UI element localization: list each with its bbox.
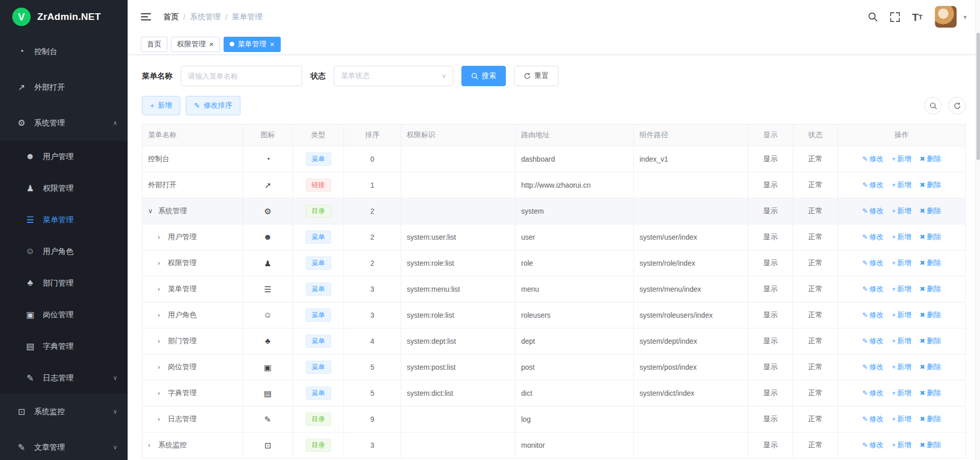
sidebar-item[interactable]: ♟权限管理 — [0, 172, 128, 204]
tab-close-icon[interactable]: × — [209, 40, 214, 48]
edit-link[interactable]: ✎修改 — [862, 155, 884, 163]
add-link[interactable]: +新增 — [892, 415, 912, 423]
scrollbar-thumb[interactable] — [976, 33, 980, 160]
expand-row-icon[interactable]: › — [158, 311, 168, 319]
cell-actions: ✎修改+新增✖删除 — [838, 276, 966, 302]
reset-button[interactable]: 重置 — [514, 66, 558, 86]
add-button[interactable]: + 新增 — [142, 96, 180, 115]
tab-close-icon[interactable]: × — [270, 40, 275, 48]
menu-name-text: 外部打开 — [148, 181, 177, 189]
edit-link[interactable]: ✎修改 — [862, 389, 884, 397]
delete-link[interactable]: ✖删除 — [920, 337, 941, 345]
hamburger-icon[interactable] — [141, 13, 151, 21]
edit-sort-button[interactable]: ✎ 修改排序 — [186, 96, 240, 115]
view-tab[interactable]: 菜单管理× — [224, 37, 281, 52]
external-link-icon: ↗ — [264, 181, 271, 190]
edit-link[interactable]: ✎修改 — [862, 259, 884, 267]
delete-link[interactable]: ✖删除 — [920, 363, 941, 371]
app-logo[interactable]: V ZrAdmin.NET — [0, 0, 128, 34]
edit-link[interactable]: ✎修改 — [862, 337, 884, 345]
search-icon[interactable] — [868, 12, 878, 22]
topbar-actions: TT ▾ — [868, 6, 967, 28]
cell-visible: 显示 — [748, 406, 793, 432]
sidebar-item[interactable]: ☰菜单管理 — [0, 204, 128, 236]
sidebar-item[interactable]: ↗外部打开 — [0, 69, 128, 105]
expand-row-icon[interactable]: › — [158, 363, 168, 371]
cell-actions: ✎修改+新增✖删除 — [838, 406, 966, 432]
page-scrollbar[interactable] — [975, 0, 980, 460]
breadcrumb-item[interactable]: 首页 — [163, 12, 179, 22]
add-link[interactable]: +新增 — [892, 311, 912, 319]
edit-link[interactable]: ✎修改 — [862, 363, 884, 371]
expand-row-icon[interactable]: › — [148, 441, 158, 449]
delete-link[interactable]: ✖删除 — [920, 415, 941, 423]
delete-link[interactable]: ✖删除 — [920, 441, 941, 449]
expand-row-icon[interactable]: › — [158, 285, 168, 293]
view-tab[interactable]: 首页 — [141, 37, 167, 52]
font-size-icon[interactable]: TT — [912, 12, 923, 22]
caret-down-icon[interactable]: ▾ — [963, 13, 967, 21]
expand-row-icon[interactable]: › — [158, 259, 168, 267]
add-link[interactable]: +新增 — [892, 389, 912, 397]
add-link[interactable]: +新增 — [892, 155, 912, 163]
sidebar-item[interactable]: ♣部门管理 — [0, 267, 128, 299]
delete-link[interactable]: ✖删除 — [920, 259, 941, 267]
sidebar-item[interactable]: ⊡系统监控∨ — [0, 394, 128, 429]
delete-link[interactable]: ✖删除 — [920, 389, 941, 397]
delete-link[interactable]: ✖删除 — [920, 155, 941, 163]
delete-link[interactable]: ✖删除 — [920, 181, 941, 189]
add-link[interactable]: +新增 — [892, 441, 912, 449]
cell-menu-name: ∨系统管理 — [142, 198, 243, 224]
sidebar-item[interactable]: ⚙系统管理∧ — [0, 105, 128, 141]
add-link[interactable]: +新增 — [892, 285, 912, 293]
sidebar-item[interactable]: ▤字典管理 — [0, 330, 128, 362]
delete-link[interactable]: ✖删除 — [920, 207, 941, 215]
delete-link[interactable]: ✖删除 — [920, 233, 941, 241]
add-link[interactable]: +新增 — [892, 259, 912, 267]
table-row: ›系统监控⊡目录3monitor显示正常✎修改+新增✖删除 — [142, 432, 966, 458]
search-button[interactable]: 搜索 — [461, 66, 506, 86]
cell-actions: ✎修改+新增✖删除 — [838, 302, 966, 328]
edit-link[interactable]: ✎修改 — [862, 285, 884, 293]
edit-link[interactable]: ✎修改 — [862, 233, 884, 241]
sidebar-item[interactable]: ✎文章管理∨ — [0, 429, 128, 460]
expand-row-icon[interactable]: › — [158, 415, 168, 423]
sidebar-item-label: 用户角色 — [43, 247, 74, 257]
sidebar-item-label: 系统管理 — [34, 118, 65, 128]
cell-component: index_v1 — [634, 146, 748, 172]
expand-row-icon[interactable]: › — [158, 233, 168, 241]
cell-permission: system:role:list — [401, 250, 516, 276]
edit-link[interactable]: ✎修改 — [862, 415, 884, 423]
sidebar-item[interactable]: ✎日志管理∨ — [0, 362, 128, 394]
menu-name-input[interactable] — [181, 66, 302, 86]
refresh-table-button[interactable] — [948, 97, 966, 114]
view-tab[interactable]: 权限管理× — [171, 37, 220, 52]
sidebar-item-label: 系统监控 — [34, 407, 65, 417]
edit-link[interactable]: ✎修改 — [862, 181, 884, 189]
edit-link[interactable]: ✎修改 — [862, 207, 884, 215]
delete-link[interactable]: ✖删除 — [920, 311, 941, 319]
cell-status: 正常 — [793, 146, 838, 172]
sidebar-item[interactable]: ☻用户管理 — [0, 141, 128, 172]
cell-sort: 0 — [344, 146, 401, 172]
edit-link[interactable]: ✎修改 — [862, 311, 884, 319]
sidebar-item[interactable]: ◔控制台 — [0, 34, 128, 69]
show-search-button[interactable] — [924, 97, 942, 114]
expand-collapse-icon[interactable]: ∨ — [148, 207, 158, 215]
add-link[interactable]: +新增 — [892, 363, 912, 371]
sidebar-item[interactable]: ☺用户角色 — [0, 236, 128, 267]
fullscreen-icon[interactable] — [890, 12, 900, 22]
plus-icon: + — [892, 441, 896, 449]
add-link[interactable]: +新增 — [892, 207, 912, 215]
expand-row-icon[interactable]: › — [158, 337, 168, 345]
sidebar-item[interactable]: ▣岗位管理 — [0, 299, 128, 330]
expand-row-icon[interactable]: › — [158, 389, 168, 397]
add-link[interactable]: +新增 — [892, 233, 912, 241]
add-link[interactable]: +新增 — [892, 181, 912, 189]
status-select[interactable]: 菜单状态 ∨ — [334, 66, 453, 86]
delete-link[interactable]: ✖删除 — [920, 285, 941, 293]
sidebar-item-label: 岗位管理 — [43, 310, 74, 320]
user-avatar[interactable] — [935, 6, 957, 28]
edit-link[interactable]: ✎修改 — [862, 441, 884, 449]
add-link[interactable]: +新增 — [892, 337, 912, 345]
